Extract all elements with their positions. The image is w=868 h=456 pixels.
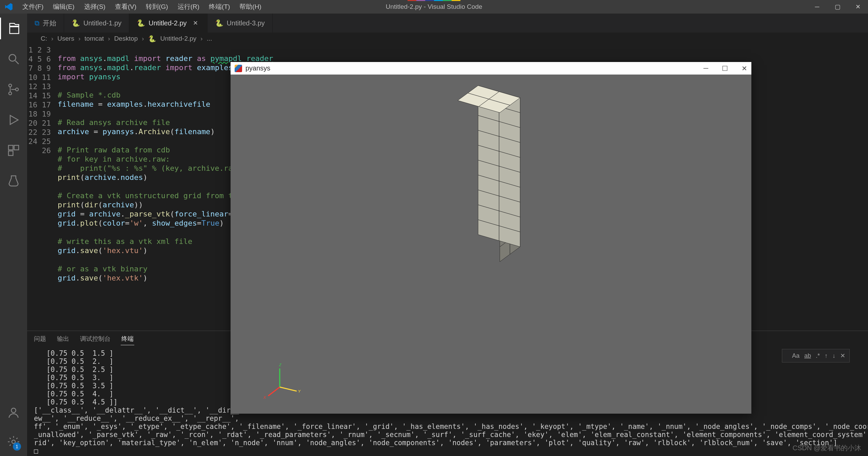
crumb[interactable]: tomcat	[84, 35, 104, 42]
axis-y-label: Y	[298, 389, 301, 393]
crumb[interactable]: Untitled-2.py	[160, 35, 197, 42]
svg-point-1	[9, 84, 12, 87]
crumb[interactable]: Users	[57, 35, 74, 42]
axis-z-label: Z	[279, 363, 282, 367]
svg-rect-4	[8, 145, 13, 150]
close-tab-icon[interactable]: ✕	[193, 19, 200, 27]
prev-match-button[interactable]: ↑	[825, 352, 828, 359]
window-controls: ─ ▢ ✕	[807, 0, 868, 14]
svg-rect-5	[14, 145, 19, 150]
pyansys-title-bar[interactable]: pyansys ─ ☐ ✕	[231, 62, 751, 75]
watermark: CSDN @爱看书的小沐	[792, 443, 861, 453]
next-match-button[interactable]: ↓	[832, 352, 835, 359]
menu-selection[interactable]: 选择(S)	[79, 0, 110, 13]
tab-label: Untitled-3.py	[227, 19, 265, 27]
python-icon: 🐍	[137, 19, 145, 27]
svg-point-0	[9, 55, 16, 61]
svg-point-3	[16, 88, 18, 91]
python-icon: 🐍	[148, 35, 156, 43]
menu-run[interactable]: 运行(R)	[173, 0, 204, 13]
close-find-button[interactable]: ✕	[840, 352, 845, 359]
window-title: Untitled-2.py - Visual Studio Code	[386, 3, 482, 11]
settings-badge: 1	[13, 442, 21, 451]
panel-tab-terminal[interactable]: 终端	[121, 333, 134, 345]
pyansys-title-text: pyansys	[245, 64, 270, 72]
pyansys-maximize-button[interactable]: ☐	[722, 64, 728, 72]
menu-bar: 文件(F) 编辑(E) 选择(S) 查看(V) 转到(G) 运行(R) 终端(T…	[18, 0, 266, 13]
menu-terminal[interactable]: 终端(T)	[204, 0, 235, 13]
pyansys-close-button[interactable]: ✕	[742, 64, 747, 72]
breadcrumb[interactable]: C:› Users› tomcat› Desktop› 🐍 Untitled-2…	[27, 33, 868, 45]
close-button[interactable]: ✕	[848, 0, 868, 14]
activity-run-debug[interactable]	[0, 109, 27, 131]
panel-tab-debug-console[interactable]: 调试控制台	[79, 333, 111, 345]
activity-testing[interactable]	[0, 170, 27, 192]
crumb[interactable]: C:	[41, 35, 47, 42]
vscode-logo	[0, 2, 18, 11]
tab-untitled-3[interactable]: 🐍Untitled-3.py	[208, 14, 273, 33]
menu-file[interactable]: 文件(F)	[18, 0, 48, 13]
title-bar: 文件(F) 编辑(E) 选择(S) 查看(V) 转到(G) 运行(R) 终端(T…	[0, 0, 868, 14]
activity-search[interactable]	[0, 48, 27, 70]
pyansys-window[interactable]: pyansys ─ ☐ ✕ Z Y X	[231, 62, 751, 414]
svg-point-2	[9, 92, 12, 95]
activity-explorer[interactable]	[0, 18, 27, 39]
pyansys-minimize-button[interactable]: ─	[704, 64, 708, 72]
panel-tab-output[interactable]: 输出	[56, 333, 70, 345]
whole-word-toggle[interactable]: ab	[804, 352, 811, 359]
maximize-button[interactable]: ▢	[827, 0, 848, 14]
svg-point-7	[11, 408, 16, 413]
tab-welcome[interactable]: ⧉开始	[27, 14, 64, 33]
tab-untitled-1[interactable]: 🐍Untitled-1.py	[64, 14, 129, 33]
vscode-icon: ⧉	[35, 19, 39, 27]
tab-label: 开始	[43, 19, 56, 28]
find-widget[interactable]: Aa ab .* ↑ ↓ ✕	[782, 349, 850, 362]
menu-go[interactable]: 转到(G)	[141, 0, 173, 13]
python-icon: 🐍	[215, 19, 223, 27]
activity-bar: 1	[0, 14, 27, 456]
activity-extensions[interactable]	[0, 140, 27, 161]
tab-untitled-2[interactable]: 🐍Untitled-2.py✕	[129, 14, 207, 33]
panel-tab-problems[interactable]: 问题	[33, 333, 47, 345]
activity-settings[interactable]: 1	[0, 431, 27, 453]
python-icon: 🐍	[72, 19, 80, 27]
svg-rect-6	[8, 151, 13, 156]
pyansys-icon	[235, 65, 242, 72]
tab-label: Untitled-1.py	[83, 19, 121, 27]
menu-edit[interactable]: 编辑(E)	[48, 0, 79, 13]
menu-help[interactable]: 帮助(H)	[235, 0, 266, 13]
match-case-toggle[interactable]: Aa	[792, 352, 800, 359]
menu-view[interactable]: 查看(V)	[110, 0, 141, 13]
svg-line-10	[280, 387, 297, 391]
minimize-button[interactable]: ─	[807, 0, 827, 14]
activity-source-control[interactable]	[0, 79, 27, 100]
tab-label: Untitled-2.py	[149, 19, 186, 27]
svg-line-11	[268, 387, 280, 396]
axis-x-label: X	[263, 395, 266, 399]
regex-toggle[interactable]: .*	[816, 352, 820, 359]
activity-account[interactable]	[0, 402, 27, 423]
crumb[interactable]: Desktop	[114, 35, 138, 42]
color-accent	[408, 0, 460, 1]
tab-bar: ⧉开始 🐍Untitled-1.py 🐍Untitled-2.py✕ 🐍Unti…	[27, 14, 868, 33]
crumb[interactable]: ...	[207, 35, 212, 42]
line-gutter: 1 2 3 4 5 6 7 8 9 10 11 12 13 14 15 16 1…	[27, 45, 58, 331]
pyansys-canvas[interactable]: Z Y X	[231, 75, 751, 414]
